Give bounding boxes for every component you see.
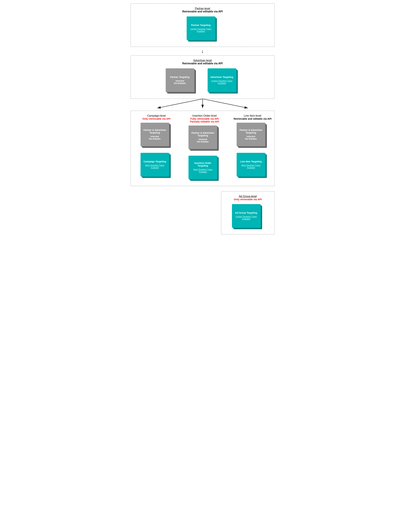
card-front: Ad Group Targeting Limited Targeting Typ… (232, 204, 260, 228)
advertiser-targeting-card: Advertiser Targeting Limited Targeting T… (208, 68, 239, 95)
advertiser-partner-targeting-card: Partner Targeting Inherited Not Editable (166, 68, 197, 95)
partner-card-title: Partner Targeting (191, 24, 211, 26)
li-partner-adv-card: Partner & Advertiser Targeting Inherited… (237, 123, 269, 150)
adgroup-cards: Ad Group Targeting Limited Targeting Typ… (226, 204, 269, 231)
adv-gray-card-sub2: Not Editable (174, 82, 186, 85)
branch-arrows-svg (130, 99, 275, 111)
partner-level-box: Partner-level Retrievable and editable v… (130, 3, 275, 47)
io-gray-title: Partner & Advertiser Targeting (190, 131, 215, 137)
partner-level-header: Partner-level Retrievable and editable v… (136, 7, 269, 13)
campaign-column: Campaign-level Only retrievable via API … (135, 113, 178, 184)
card-front: Partner & Advertiser Targeting Inherited… (237, 123, 265, 146)
three-columns: Campaign-level Only retrievable via API … (133, 113, 277, 184)
io-level-desc1: Fully retrievable via API (190, 117, 219, 120)
li-gray-sub2: Not Editable (245, 138, 257, 140)
svg-line-0 (157, 99, 202, 108)
adgroup-section: Ad Group-level Only retrievable via API … (130, 191, 275, 235)
campaign-partner-adv-card: Partner & Advertiser Targeting Inherited… (141, 123, 172, 150)
adgroup-level-name: Ad Group-level (226, 195, 269, 198)
adv-gray-card-title: Partner Targeting (170, 76, 190, 79)
partner-card-link[interactable]: Limited Targeting Types Available (188, 28, 214, 33)
li-level-header: Line Item-level Retrievable and editable… (234, 114, 271, 120)
diagram: Partner-level Retrievable and editable v… (130, 3, 275, 235)
io-gray-sub1: Inherited (199, 138, 207, 141)
advertiser-level-header: Advertiser-level Retrievable and editabl… (136, 59, 269, 65)
li-level-name: Line Item-level (234, 114, 271, 117)
io-level-desc2: Partially editable via API (190, 120, 219, 123)
card-front: Partner & Advertiser Targeting Inherited… (141, 123, 169, 146)
advertiser-cards: Partner Targeting Inherited Not Editable… (136, 68, 269, 95)
li-column: Line Item-level Retrievable and editable… (231, 113, 274, 184)
campaign-level-header: Campaign-level Only retrievable via API (142, 114, 170, 120)
io-targeting-card: Insertion Order Targeting Most Targeting… (189, 156, 220, 183)
svg-line-2 (202, 99, 248, 108)
partner-targeting-card: Partner Targeting Limited Targeting Type… (187, 16, 218, 43)
li-gray-sub1: Inherited (247, 135, 255, 138)
campaign-targeting-card: Campaign Targeting Most Targeting Types … (141, 153, 172, 180)
arrow-partner-to-advertiser: ↓ (201, 47, 204, 55)
li-teal-title: Line Item Targeting (240, 160, 262, 163)
li-column-cards: Partner & Advertiser Targeting Inherited… (237, 123, 269, 180)
adv-teal-card-title: Advertiser Targeting (210, 76, 233, 79)
li-gray-title: Partner & Advertiser Targeting (238, 129, 263, 134)
campaign-column-cards: Partner & Advertiser Targeting Inherited… (141, 123, 172, 180)
io-partner-adv-card: Partner & Advertiser Targeting Inherited… (189, 125, 220, 152)
card-front: Campaign Targeting Most Targeting Types … (141, 153, 169, 176)
adgroup-targeting-card: Ad Group Targeting Limited Targeting Typ… (232, 204, 264, 231)
li-teal-link[interactable]: Most Targeting Types Available (238, 164, 263, 169)
camp-gray-title: Partner & Advertiser Targeting (142, 129, 167, 134)
advertiser-level-name: Advertiser-level (136, 59, 269, 62)
partner-level-name: Partner-level (136, 7, 269, 10)
card-front: Advertiser Targeting Limited Targeting T… (208, 68, 236, 92)
adgroup-teal-title: Ad Group Targeting (235, 211, 257, 214)
io-teal-link[interactable]: Most Targeting Types Available (190, 168, 215, 173)
card-front: Partner Targeting Limited Targeting Type… (187, 16, 215, 40)
advertiser-level-desc: Retrievable and editable via API (136, 62, 269, 65)
io-level-name: Insertion Order-level (190, 114, 219, 117)
io-level-header: Insertion Order-level Fully retrievable … (190, 114, 219, 123)
partner-level-desc: Retrievable and editable via API (136, 10, 269, 13)
campaign-level-name: Campaign-level (142, 114, 170, 117)
li-targeting-card: Line Item Targeting Most Targeting Types… (237, 153, 269, 180)
camp-gray-sub2: Not Editable (149, 138, 161, 140)
io-column-cards: Partner & Advertiser Targeting Inherited… (189, 125, 220, 183)
card-front: Insertion Order Targeting Most Targeting… (189, 156, 217, 179)
io-teal-title: Insertion Order Targeting (190, 162, 215, 167)
io-column: Insertion Order-level Fully retrievable … (183, 113, 226, 184)
adgroup-teal-link[interactable]: Limited Targeting Types Available (234, 216, 259, 220)
partner-cards: Partner Targeting Limited Targeting Type… (136, 16, 269, 43)
adgroup-level-header: Ad Group-level Only retrievable via API (226, 195, 269, 201)
li-level-desc: Retrievable and editable via API (234, 117, 271, 120)
three-level-box: Campaign-level Only retrievable via API … (130, 111, 275, 186)
campaign-level-desc: Only retrievable via API (142, 117, 170, 120)
camp-teal-link[interactable]: Most Targeting Types Available (142, 164, 167, 169)
adv-teal-card-link[interactable]: Limited Targeting Types Available (209, 80, 235, 85)
advertiser-level-box: Advertiser-level Retrievable and editabl… (130, 55, 275, 99)
camp-teal-title: Campaign Targeting (143, 160, 166, 163)
card-front: Line Item Targeting Most Targeting Types… (237, 153, 265, 176)
card-front: Partner Targeting Inherited Not Editable (166, 68, 194, 92)
camp-gray-sub1: Inherited (150, 135, 159, 138)
adgroup-box: Ad Group-level Only retrievable via API … (221, 191, 275, 235)
io-gray-sub2: Not Editable (197, 141, 209, 143)
adv-gray-card-sub1: Inherited (176, 80, 184, 82)
adgroup-level-desc: Only retrievable via API (226, 198, 269, 201)
card-front: Partner & Advertiser Targeting Inherited… (189, 125, 217, 149)
